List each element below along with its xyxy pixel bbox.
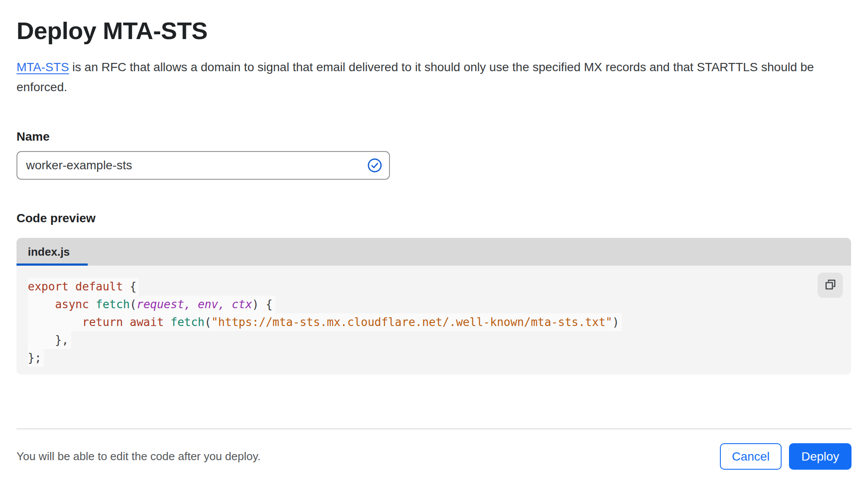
code-line: };	[28, 349, 816, 367]
code-preview-label: Code preview	[17, 211, 851, 226]
mta-sts-link[interactable]: MTA-STS	[17, 60, 69, 74]
description-text: MTA-STS is an RFC that allows a domain t…	[17, 57, 846, 97]
deploy-mta-sts-page: Deploy MTA-STS MTA-STS is an RFC that al…	[0, 17, 868, 375]
description-rest: is an RFC that allows a domain to signal…	[17, 60, 814, 94]
footer-bar: You will be able to edit the code after …	[0, 429, 868, 470]
code-line: },	[28, 331, 816, 349]
footer-note: You will be able to edit the code after …	[17, 450, 261, 463]
copy-code-button[interactable]	[818, 273, 843, 298]
code-editor-area: export default { async fetch(request, en…	[17, 266, 851, 375]
deploy-button[interactable]: Deploy	[789, 443, 851, 470]
code-tab-bar: index.js	[17, 238, 851, 266]
worker-name-input[interactable]	[17, 151, 390, 180]
name-input-wrap	[17, 151, 390, 180]
code-line: export default {	[28, 278, 816, 296]
footer-actions: Cancel Deploy	[720, 443, 851, 470]
code-lines: export default { async fetch(request, en…	[28, 278, 816, 367]
code-preview-block: index.js export default { async fetch(re…	[17, 238, 851, 375]
code-line: return await fetch("https://mta-sts.mx.c…	[28, 313, 816, 331]
page-title: Deploy MTA-STS	[17, 17, 851, 44]
tab-index-js[interactable]: index.js	[17, 238, 88, 266]
code-line: async fetch(request, env, ctx) {	[28, 296, 816, 313]
cancel-button[interactable]: Cancel	[720, 443, 782, 470]
copy-icon	[825, 279, 836, 292]
name-label: Name	[17, 129, 851, 144]
check-circle-icon	[367, 158, 382, 173]
